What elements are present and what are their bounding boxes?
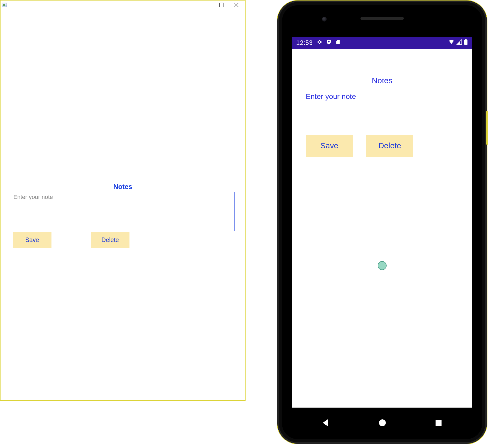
app-icon xyxy=(2,3,7,7)
phone-screen: 12:53 xyxy=(292,37,472,408)
nav-back-icon[interactable] xyxy=(321,418,331,429)
phone-inner: 12:53 xyxy=(282,5,482,439)
delete-button[interactable]: Delete xyxy=(91,232,129,248)
note-input-placeholder: Enter your note xyxy=(306,92,459,101)
sd-card-icon xyxy=(335,39,341,46)
svg-rect-1 xyxy=(220,3,224,7)
nav-home-icon[interactable] xyxy=(377,418,388,429)
titlebar xyxy=(1,1,245,9)
desktop-window: Notes Save Delete xyxy=(0,0,246,401)
divider xyxy=(170,232,170,248)
statusbar: 12:53 xyxy=(292,37,472,49)
gear-icon xyxy=(316,39,322,46)
close-icon[interactable] xyxy=(232,2,241,8)
svg-rect-7 xyxy=(435,420,441,426)
wifi-icon xyxy=(448,39,455,46)
save-button[interactable]: Save xyxy=(13,232,51,248)
input-underline xyxy=(306,130,459,130)
statusbar-time: 12:53 xyxy=(296,39,313,46)
svg-point-6 xyxy=(379,419,386,426)
phone-content: Notes Enter your note Save Delete xyxy=(292,49,472,157)
shield-icon xyxy=(326,39,332,46)
signal-icon xyxy=(456,39,462,46)
window-controls xyxy=(202,2,243,8)
note-input-wrap[interactable]: Enter your note xyxy=(306,92,459,130)
phone-frame: 12:53 xyxy=(277,0,487,444)
maximize-icon[interactable] xyxy=(217,2,226,8)
page-title: Notes xyxy=(1,183,245,191)
svg-rect-4 xyxy=(464,40,467,45)
battery-icon xyxy=(464,39,468,47)
android-nav-bar xyxy=(282,408,482,439)
page-title: Notes xyxy=(306,76,459,85)
save-button[interactable]: Save xyxy=(306,135,353,157)
note-input[interactable] xyxy=(13,194,232,229)
svg-rect-5 xyxy=(465,39,467,40)
desktop-content: Notes Save Delete xyxy=(1,9,245,248)
phone-speaker xyxy=(361,17,404,20)
nav-recent-icon[interactable] xyxy=(434,418,444,429)
phone-side-button xyxy=(486,111,488,145)
touch-indicator-icon xyxy=(378,261,387,270)
button-row: Save Delete xyxy=(306,135,459,157)
note-editor xyxy=(11,192,235,231)
minimize-icon[interactable] xyxy=(202,2,211,8)
button-row: Save Delete xyxy=(1,232,245,248)
desktop-body: Notes Save Delete xyxy=(1,9,245,400)
phone-camera xyxy=(322,17,327,22)
delete-button[interactable]: Delete xyxy=(366,135,413,157)
